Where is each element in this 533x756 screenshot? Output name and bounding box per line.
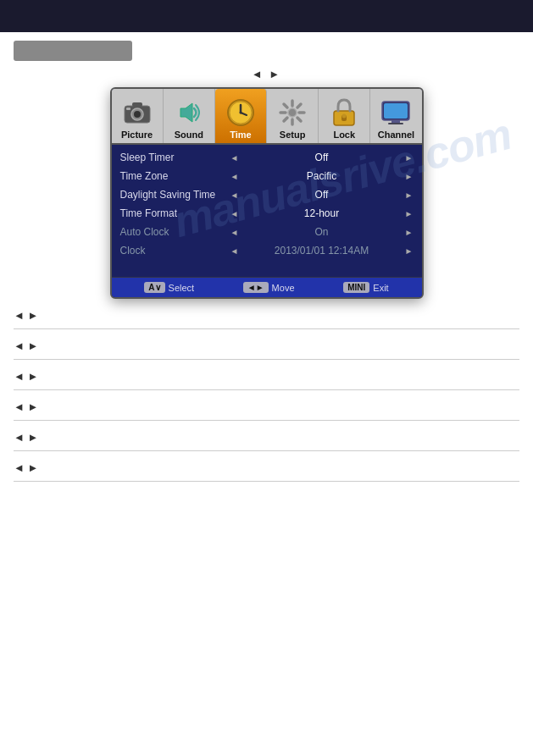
- menu-icon-label-setup: Setup: [280, 130, 306, 140]
- sound-icon-wrap: [174, 98, 204, 127]
- menu-row-value-4: On: [243, 226, 399, 238]
- svg-line-17: [297, 118, 301, 121]
- desc-arrow-5: ◄ ►: [14, 461, 519, 474]
- left-arrow-4: ◄: [230, 228, 239, 237]
- divider-5: [14, 481, 519, 482]
- menu-icon-label-time: Time: [230, 130, 251, 140]
- menu-row-label-5: Clock: [120, 245, 230, 257]
- setup-icon: [278, 98, 307, 127]
- menu-icon-label-sound: Sound: [175, 130, 203, 140]
- menu-row-value-2: Off: [243, 189, 399, 201]
- time-icon: [226, 98, 255, 127]
- menu-row-3[interactable]: Time Format ◄ 12-hour ►: [112, 204, 422, 223]
- arrow-row-1: ◄ ►: [0, 68, 533, 80]
- menu-row-label-2: Daylight Saving Time: [120, 189, 230, 201]
- lock-icon: [331, 98, 357, 127]
- menu-row-label-1: Time Zone: [120, 170, 230, 182]
- left-arrow-3: ◄: [230, 209, 239, 218]
- menu-icons-row: Picture Sound: [112, 89, 422, 145]
- svg-rect-4: [126, 108, 130, 110]
- left-arrow-2: ◄: [230, 190, 239, 200]
- svg-point-10: [239, 112, 242, 114]
- desc-arrow-3: ◄ ►: [14, 400, 519, 413]
- right-arrow-3: ►: [405, 209, 414, 218]
- right-arrow-2: ►: [405, 190, 414, 200]
- menu-icon-picture[interactable]: Picture: [112, 89, 164, 143]
- menu-row-label-3: Time Format: [120, 207, 230, 219]
- nav-move: ◄► Move: [243, 282, 295, 293]
- label-bar: [14, 41, 132, 61]
- menu-row-5: Clock ◄ 2013/01/01 12:14AM ►: [112, 241, 422, 260]
- menu-icon-setup[interactable]: Setup: [267, 89, 319, 143]
- menu-row-value-1: Pacific: [243, 170, 399, 182]
- menu-icon-time[interactable]: Time: [215, 89, 267, 143]
- svg-rect-26: [388, 123, 403, 124]
- divider-3: [14, 420, 519, 421]
- svg-point-11: [288, 108, 297, 117]
- nav-exit-btn[interactable]: MINI: [343, 282, 369, 293]
- desc-section-1: ◄ ►: [14, 339, 519, 360]
- nav-move-label: Move: [272, 283, 295, 293]
- sound-icon: [175, 100, 203, 125]
- channel-icon: [380, 100, 411, 125]
- nav-exit-label: Exit: [373, 283, 388, 293]
- top-bar: [0, 0, 533, 32]
- svg-line-18: [297, 104, 301, 108]
- picture-icon: [123, 100, 152, 125]
- nav-select-btn[interactable]: A∨: [144, 282, 164, 293]
- menu-icon-label-lock: Lock: [333, 130, 355, 140]
- menu-content: Sleep Timer ◄ Off ► Time Zone ◄ Pacific …: [112, 145, 422, 277]
- desc-arrow-1: ◄ ►: [14, 339, 519, 352]
- divider-4: [14, 450, 519, 451]
- right-arrow-4: ►: [405, 228, 414, 237]
- divider-0: [14, 328, 519, 329]
- nav-exit: MINI Exit: [343, 282, 388, 293]
- menu-icon-sound[interactable]: Sound: [164, 89, 215, 143]
- svg-rect-3: [132, 102, 142, 107]
- desc-section-3: ◄ ►: [14, 400, 519, 421]
- lock-icon-wrap: [329, 98, 359, 127]
- svg-line-19: [284, 118, 287, 121]
- left-arrow-1: ◄: [230, 172, 239, 181]
- svg-marker-5: [180, 103, 192, 122]
- menu-row-label-4: Auto Clock: [120, 226, 230, 238]
- menu-row-value-5: 2013/01/01 12:14AM: [243, 245, 399, 257]
- right-arrow-0: ►: [405, 153, 414, 163]
- menu-nav-bar: A∨ Select ◄► Move MINI Exit: [112, 277, 422, 297]
- desc-section-2: ◄ ►: [14, 370, 519, 390]
- divider-2: [14, 389, 519, 390]
- menu-icon-label-channel: Channel: [378, 130, 414, 140]
- tv-menu-box: Picture Sound: [110, 87, 424, 299]
- desc-section-0: ◄ ►: [14, 309, 519, 329]
- left-arrow-0: ◄: [230, 153, 239, 163]
- menu-row-2[interactable]: Daylight Saving Time ◄ Off ►: [112, 185, 422, 204]
- desc-arrow-0: ◄ ►: [14, 309, 519, 322]
- menu-row-0[interactable]: Sleep Timer ◄ Off ►: [112, 148, 422, 167]
- desc-section-4: ◄ ►: [14, 431, 519, 451]
- menu-row-4: Auto Clock ◄ On ►: [112, 223, 422, 241]
- setup-icon-wrap: [277, 98, 308, 127]
- time-icon-wrap: [225, 98, 256, 127]
- menu-row-label-0: Sleep Timer: [120, 152, 230, 163]
- picture-icon-wrap: [122, 98, 153, 127]
- left-arrow-5: ◄: [230, 246, 239, 256]
- arrow-sym-1: ◄ ►: [252, 68, 281, 80]
- svg-rect-24: [384, 103, 408, 119]
- desc-arrow-2: ◄ ►: [14, 370, 519, 383]
- menu-icon-label-picture: Picture: [121, 130, 153, 140]
- desc-arrow-4: ◄ ►: [14, 431, 519, 444]
- right-arrow-1: ►: [405, 172, 414, 181]
- channel-icon-wrap: [380, 98, 411, 127]
- menu-icon-channel[interactable]: Channel: [370, 89, 421, 143]
- menu-row-1[interactable]: Time Zone ◄ Pacific ►: [112, 167, 422, 185]
- svg-line-16: [284, 104, 287, 108]
- divider-1: [14, 359, 519, 360]
- menu-row-value-3: 12-hour: [243, 207, 399, 219]
- right-arrow-5: ►: [405, 246, 414, 256]
- nav-move-btn[interactable]: ◄►: [243, 282, 269, 293]
- menu-icon-lock[interactable]: Lock: [319, 89, 370, 143]
- nav-select-label: Select: [169, 283, 195, 293]
- svg-point-22: [342, 114, 347, 119]
- desc-section-5: ◄ ►: [14, 461, 519, 482]
- nav-select: A∨ Select: [144, 282, 194, 293]
